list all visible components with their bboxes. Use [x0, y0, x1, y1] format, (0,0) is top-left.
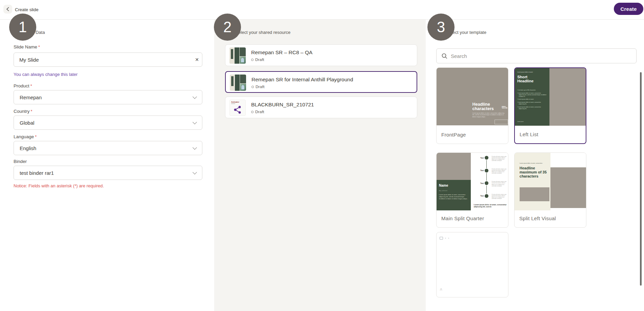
template-name: Main Split Quarter [441, 215, 484, 221]
timeline-dot [485, 181, 488, 185]
template-preview-left-list: Lorem ipsum dolor sit amet Short Headlin… [515, 68, 586, 126]
draft-status-icon [251, 59, 254, 61]
activator-logo-subline [231, 103, 235, 104]
create-button[interactable]: Create [614, 3, 643, 15]
required-asterisk: * [31, 83, 32, 88]
timeline-dot [485, 194, 488, 198]
slide-name-hint: You can always change this later [14, 72, 78, 77]
template-search [436, 48, 637, 63]
step-3-badge: 3 [427, 14, 455, 41]
preview-person-subtitle: Age, profession [439, 190, 447, 191]
resource-status: Draft [251, 110, 264, 114]
preview-kicker: Lorem ipsum dolor sit amet [517, 71, 533, 73]
page-title: Create slide [15, 7, 38, 12]
resource-title: Remepan SR for Internal Anthill Playgrou… [251, 77, 353, 83]
step-1-badge: 1 [9, 14, 36, 41]
country-label: Country* [14, 109, 33, 114]
required-asterisk: * [31, 109, 32, 114]
warning-icon: ⚠ [440, 288, 442, 291]
country-select-value: Global [20, 120, 34, 126]
preview-bottom-text: Lorem ipsum dolor sit amet, consectetur … [474, 204, 507, 208]
timeline-label: Text [472, 182, 484, 184]
activator-logo: Activator [231, 101, 239, 103]
clear-input-icon[interactable]: ✕ [192, 57, 202, 62]
preview-body-text: Lorem ipsum dolor sit amet, consectetur … [472, 112, 505, 118]
product-label-text: Product [14, 83, 29, 88]
collage-figure [241, 58, 244, 62]
template-name: Left List [520, 131, 538, 137]
resource-thumbnail [229, 47, 246, 64]
language-select-value: English [20, 145, 36, 151]
preview-image-placeholder [520, 187, 550, 201]
draft-status-icon [251, 111, 254, 113]
template-card-left-list[interactable]: Lorem ipsum dolor sit amet Short Headlin… [514, 67, 586, 144]
timeline-label: Text [472, 195, 484, 197]
country-select[interactable]: Global [14, 116, 202, 130]
template-card-loading[interactable]: ‹ › ⚠ [436, 232, 508, 297]
template-search-input[interactable] [451, 53, 631, 59]
preview-bullet: Lorem ipsum dolor sit amet, consectetur … [517, 102, 547, 105]
draft-status-icon [251, 86, 254, 88]
resource-item-blackburn-sr[interactable]: Activator BLACKBURN_SR_210721 Draft [225, 97, 417, 118]
chevron-down-icon [193, 145, 197, 150]
preview-image-placeholder [550, 167, 586, 208]
template-name: FrontPage [441, 132, 466, 138]
preview-bullet: Lorem ipsum dolor sit amet, consectetur … [517, 92, 547, 98]
chevron-down-icon [193, 120, 197, 124]
collage-block [240, 47, 246, 56]
timeline-dot [485, 169, 488, 172]
timeline-body-text: Ut enim ad minim veniam, quis nostrud ex… [491, 181, 506, 188]
language-select[interactable]: English [14, 141, 202, 155]
preview-headline: Headline maximum of 35 characters [520, 166, 551, 178]
collage-photo [240, 57, 246, 64]
resource-status: Draft [251, 58, 264, 62]
product-select[interactable]: Remepan [14, 90, 202, 104]
preview-headline-line: characters [472, 107, 494, 111]
resource-title: BLACKBURN_SR_210721 [251, 102, 314, 108]
preview-outline-box [495, 120, 508, 124]
collage-block [235, 47, 239, 64]
share-icon [233, 105, 242, 114]
language-label: Language* [14, 134, 37, 139]
timeline-connector [486, 159, 487, 197]
resource-title: Remepan SR – RC8 – QA [251, 49, 313, 56]
back-button[interactable] [3, 5, 12, 14]
preview-cream-panel [515, 153, 550, 210]
preview-person-name: Name [439, 184, 448, 187]
template-card-main-split-quarter[interactable]: Name Age, profession Lorem ipsum dolor s… [436, 152, 508, 228]
preview-body-text: Lorem ipsum dolor sit amet, consectetur … [439, 194, 468, 200]
preview-bullet: Lorem ipsum dolor sit amet, consectetur … [517, 106, 547, 110]
draft-status-label: Draft [255, 58, 264, 62]
resource-item-remepan-rc8-qa[interactable]: Remepan SR – RC8 – QA Draft [225, 44, 417, 66]
preview-image-placeholder [437, 153, 471, 180]
chevron-down-icon [193, 170, 197, 174]
resource-item-remepan-anthill-playground[interactable]: Remepan SR for Internal Anthill Playgrou… [225, 71, 417, 93]
required-asterisk: * [35, 134, 37, 139]
resource-status: Draft [251, 85, 264, 89]
preview-bullet-list: List items up to 100 characters Lorem ip… [517, 89, 547, 111]
template-card-frontpage[interactable]: Headline characters SMALL TAGLINE Lorem … [436, 67, 508, 144]
chevron-down-icon [193, 95, 197, 99]
preview-headline: Headline characters [472, 102, 494, 111]
search-icon [441, 53, 447, 59]
resource-thumbnail [230, 75, 246, 91]
preview-kicker: Lorem ipsum dolor sit amet, consectetur [520, 163, 543, 164]
preview-green-panel: Lorem ipsum dolor sit amet Short Headlin… [515, 68, 549, 126]
binder-select[interactable]: test binder rar1 [14, 166, 202, 180]
slide-name-label: Slide Name* [14, 44, 40, 49]
template-card-split-left-visual[interactable]: Lorem ipsum dolor sit amet, consectetur … [514, 152, 586, 228]
timeline-body-text: Ut enim ad minim veniam, quis nostrud ex… [491, 194, 506, 201]
resource-thumbnail: Activator [229, 100, 246, 116]
timeline-body-text: Ut enim ad minim veniam, quis nostrud ex… [491, 168, 506, 175]
country-label-text: Country [14, 109, 29, 114]
template-name: Split Left Visual [519, 215, 556, 221]
vertical-scrollbar[interactable] [640, 72, 642, 286]
template-preview-frontpage: Headline characters SMALL TAGLINE Lorem … [437, 68, 508, 125]
slide-name-field-wrapper: ✕ [14, 53, 202, 67]
draft-status-label: Draft [256, 85, 264, 89]
required-fields-notice: Notice: Fields with an asterisk (*) are … [14, 183, 104, 188]
timeline-dot [485, 156, 488, 160]
slide-name-input[interactable] [14, 57, 192, 63]
preview-bullet: Lorem ipsum dolor sit amet [517, 99, 547, 100]
collage-block [231, 49, 233, 59]
